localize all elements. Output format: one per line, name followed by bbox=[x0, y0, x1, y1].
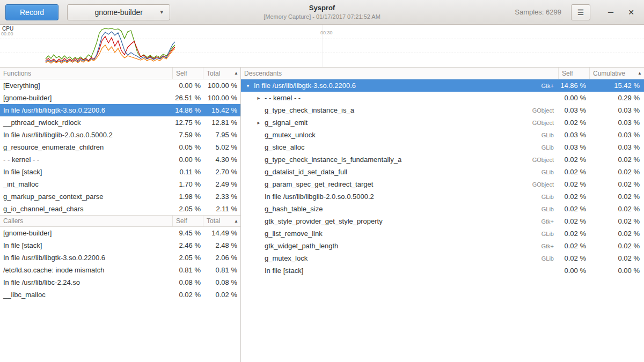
functions-pane: Functions Self Total ▲ [Everything]0.00 … bbox=[0, 68, 241, 362]
close-button[interactable]: ✕ bbox=[624, 5, 639, 20]
table-row[interactable]: In file [stack]2.46 %2.48 % bbox=[0, 239, 240, 252]
process-selector-dropdown[interactable]: gnome-builder ▾ bbox=[67, 4, 170, 20]
callers-column-header[interactable]: Callers bbox=[0, 216, 172, 226]
table-row[interactable]: [Everything]0.00 %100.00 % bbox=[0, 79, 240, 92]
self-column-header[interactable]: Self bbox=[172, 68, 203, 79]
self-value: 2.05 % bbox=[172, 254, 203, 262]
cumulative-value: 0.03 % bbox=[589, 131, 644, 139]
time-tick-start: 00:00 bbox=[1, 31, 13, 36]
column-label: Descendants bbox=[244, 70, 282, 77]
table-row[interactable]: - - kernel - -0.00 %4.30 % bbox=[0, 153, 240, 166]
library-tag: GLib bbox=[541, 169, 558, 175]
close-icon: ✕ bbox=[628, 8, 634, 17]
cumulative-value: 15.42 % bbox=[589, 82, 644, 90]
total-value: 0.02 % bbox=[203, 291, 240, 299]
table-row[interactable]: __libc_malloc0.02 %0.02 % bbox=[0, 289, 240, 301]
cumulative-value: 0.02 % bbox=[589, 217, 644, 225]
total-value: 2.48 % bbox=[203, 241, 240, 249]
tree-row[interactable]: g_hash_table_sizeGLib0.02 %0.02 % bbox=[241, 203, 644, 215]
function-name: In file /usr/lib/libglib-2.0.so.0.5000.2 bbox=[264, 193, 541, 201]
tree-row[interactable]: ▸- - kernel - -0.00 %0.29 % bbox=[241, 92, 644, 104]
tree-row[interactable]: g_mutex_unlockGLib0.03 %0.03 % bbox=[241, 129, 644, 141]
table-row[interactable]: [gnome-builder]9.45 %14.49 % bbox=[0, 227, 240, 239]
minimize-icon: ─ bbox=[608, 8, 613, 17]
hamburger-icon: ☰ bbox=[577, 8, 584, 17]
tree-row[interactable]: ▸g_signal_emitGObject0.02 %0.03 % bbox=[241, 116, 644, 129]
function-name: _int_malloc bbox=[0, 180, 172, 188]
record-button[interactable]: Record bbox=[5, 4, 58, 20]
descendants-header-row: Descendants Self Cumulative ▲ bbox=[241, 68, 644, 79]
total-value: 0.81 % bbox=[203, 266, 240, 274]
descendants-column-header[interactable]: Descendants bbox=[241, 68, 558, 79]
column-label: Cumulative bbox=[593, 70, 625, 77]
minimize-button[interactable]: ─ bbox=[603, 5, 618, 20]
library-tag: GLib bbox=[541, 255, 558, 262]
self-value: 12.75 % bbox=[172, 119, 203, 127]
table-row[interactable]: In file /usr/lib/libgtk-3.so.0.2200.614.… bbox=[0, 104, 240, 116]
function-name: g_param_spec_get_redirect_target bbox=[264, 180, 532, 188]
expander-icon[interactable]: ▾ bbox=[243, 83, 253, 88]
table-row[interactable]: __pthread_rwlock_rdlock12.75 %12.81 % bbox=[0, 116, 240, 129]
expander-icon[interactable]: ▸ bbox=[254, 120, 264, 125]
functions-column-header[interactable]: Functions bbox=[0, 68, 172, 79]
table-row[interactable]: g_io_channel_read_chars2.05 %2.11 % bbox=[0, 203, 240, 215]
tree-row[interactable]: In file [stack]0.00 %0.00 % bbox=[241, 264, 644, 277]
self-value: 14.86 % bbox=[558, 82, 589, 90]
tree-row[interactable]: ▾In file /usr/lib/libgtk-3.so.0.2200.6Gt… bbox=[241, 79, 644, 92]
total-value: 100.00 % bbox=[203, 82, 240, 90]
total-value: 2.33 % bbox=[203, 193, 240, 201]
table-row[interactable]: In file [stack]0.11 %2.70 % bbox=[0, 166, 240, 178]
self-value: 0.02 % bbox=[558, 254, 589, 262]
function-name: __libc_malloc bbox=[0, 291, 172, 299]
tree-row[interactable]: gtk_widget_path_lengthGtk+0.02 %0.02 % bbox=[241, 240, 644, 252]
table-row[interactable]: In file /usr/lib/libglib-2.0.so.0.5000.2… bbox=[0, 129, 240, 141]
function-name: In file [stack] bbox=[264, 267, 554, 275]
tree-row[interactable]: gtk_style_provider_get_style_propertyGtk… bbox=[241, 215, 644, 227]
tree-row[interactable]: g_type_check_instance_is_aGObject0.03 %0… bbox=[241, 104, 644, 116]
table-row[interactable]: In file /usr/lib/libgtk-3.so.0.2200.62.0… bbox=[0, 252, 240, 264]
total-value: 2.11 % bbox=[203, 205, 240, 213]
table-row[interactable]: g_markup_parse_context_parse1.98 %2.33 % bbox=[0, 190, 240, 203]
function-name: g_datalist_id_set_data_full bbox=[264, 168, 541, 176]
cumulative-value: 0.02 % bbox=[589, 180, 644, 188]
cumulative-value: 0.02 % bbox=[589, 254, 644, 262]
self-value: 0.03 % bbox=[558, 106, 589, 114]
function-name: g_list_remove_link bbox=[264, 230, 541, 238]
self-value: 0.03 % bbox=[558, 131, 589, 139]
cumulative-value: 0.02 % bbox=[589, 156, 644, 164]
tree-row[interactable]: g_mutex_lockGLib0.02 %0.02 % bbox=[241, 252, 644, 264]
menu-button[interactable]: ☰ bbox=[571, 4, 590, 20]
function-name: g_hash_table_size bbox=[264, 205, 541, 213]
self-column-header[interactable]: Self bbox=[558, 68, 589, 79]
total-column-header[interactable]: Total ▲ bbox=[203, 216, 240, 226]
table-row[interactable]: [gnome-builder]26.51 %100.00 % bbox=[0, 92, 240, 104]
total-value: 100.00 % bbox=[203, 94, 240, 102]
tree-row[interactable]: g_datalist_id_set_data_fullGLib0.02 %0.0… bbox=[241, 166, 644, 178]
tree-row[interactable]: g_type_check_instance_is_fundamentally_a… bbox=[241, 153, 644, 166]
table-row[interactable]: _int_malloc1.70 %2.49 % bbox=[0, 178, 240, 190]
self-value: 1.98 % bbox=[172, 193, 203, 201]
tree-row[interactable]: In file /usr/lib/libglib-2.0.so.0.5000.2… bbox=[241, 190, 644, 203]
table-row[interactable]: g_resource_enumerate_children0.05 %5.02 … bbox=[0, 141, 240, 153]
expander-icon[interactable]: ▸ bbox=[254, 95, 264, 101]
self-column-header[interactable]: Self bbox=[172, 216, 203, 226]
total-column-header[interactable]: Total ▲ bbox=[203, 68, 240, 79]
cumulative-value: 0.02 % bbox=[589, 205, 644, 213]
cumulative-value: 0.29 % bbox=[589, 94, 644, 102]
callers-header-row: Callers Self Total ▲ bbox=[0, 215, 240, 227]
samples-count: Samples: 6299 bbox=[515, 8, 561, 16]
tree-row[interactable]: g_param_spec_get_redirect_targetGObject0… bbox=[241, 178, 644, 190]
cpu-timeline[interactable]: CPU 00:00 00:30 bbox=[0, 25, 644, 68]
sysprof-window: Record gnome-builder ▾ Sysprof [Memory C… bbox=[0, 0, 644, 362]
self-value: 0.81 % bbox=[172, 266, 203, 274]
tree-row[interactable]: g_list_remove_linkGLib0.02 %0.02 % bbox=[241, 227, 644, 240]
function-name: In file /usr/lib/libglib-2.0.so.0.5000.2 bbox=[0, 131, 172, 139]
table-row[interactable]: /etc/ld.so.cache: inode mismatch0.81 %0.… bbox=[0, 264, 240, 276]
table-row[interactable]: In file /usr/lib/libc-2.24.so0.08 %0.08 … bbox=[0, 276, 240, 289]
function-name: In file [stack] bbox=[0, 241, 172, 249]
function-name: In file /usr/lib/libc-2.24.so bbox=[0, 278, 172, 286]
self-value: 0.05 % bbox=[172, 143, 203, 151]
cumulative-column-header[interactable]: Cumulative ▲ bbox=[589, 68, 644, 79]
tree-row[interactable]: g_slice_allocGLib0.03 %0.03 % bbox=[241, 141, 644, 153]
function-name: /etc/ld.so.cache: inode mismatch bbox=[0, 266, 172, 274]
